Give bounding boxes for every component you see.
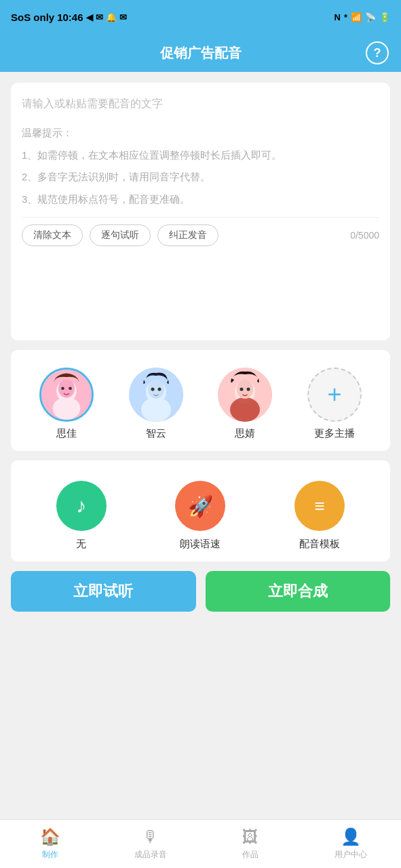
control-label-none: 无 (76, 538, 86, 551)
control-speed[interactable]: 🚀 朗读语速 (175, 481, 225, 551)
clear-text-button[interactable]: 清除文本 (22, 224, 83, 246)
voice-label-sijia: 思佳 (56, 427, 77, 440)
nav-item-make[interactable]: 🏠 制作 (0, 820, 100, 868)
toolbar-buttons: 清除文本 逐句试听 纠正发音 (22, 224, 218, 246)
svg-point-16 (240, 388, 244, 391)
bottom-nav: 🏠 制作 🎙 成品录音 🖼 作品 👤 用户中心 (0, 819, 401, 868)
nav-item-recording[interactable]: 🎙 成品录音 (100, 820, 201, 868)
svg-point-10 (151, 388, 154, 391)
listen-button[interactable]: 立即试听 (11, 571, 196, 612)
battery-icon: 🔋 (379, 12, 390, 22)
voice-item-sijing[interactable]: 思婧 (218, 368, 272, 440)
bell-icon: 🔔 (106, 12, 117, 22)
wifi-icon: 📡 (365, 12, 376, 22)
nav-label-recording: 成品录音 (134, 849, 167, 861)
text-input-section: 请输入或粘贴需要配音的文字 温馨提示： 1、如需停顿，在文本相应位置调整停顿时长… (11, 83, 390, 340)
voice-item-zhiyun[interactable]: 智云 (129, 368, 183, 440)
voice-label-sijing: 思婧 (235, 427, 255, 440)
hint-line-3: 3、规范使用标点符号，配音更准确。 (22, 190, 379, 210)
voice-item-more[interactable]: + 更多主播 (307, 368, 362, 440)
template-icon-circle: ≡ (294, 481, 345, 531)
add-voice-button[interactable]: + (307, 368, 362, 422)
home-icon: 🏠 (40, 827, 60, 846)
hint-line-1: 1、如需停顿，在文本相应位置调整停顿时长后插入即可。 (22, 146, 379, 165)
voice-section: 思佳 (11, 350, 390, 451)
main-content: 请输入或粘贴需要配音的文字 温馨提示： 1、如需停顿，在文本相应位置调整停顿时长… (0, 72, 401, 693)
compose-button[interactable]: 立即合成 (206, 571, 391, 612)
music-icon: ♪ (76, 494, 86, 517)
time-label: 10:46 (57, 12, 83, 23)
controls-section: ♪ 无 🚀 朗读语速 ≡ 配音模板 (11, 460, 390, 561)
action-buttons: 立即试听 立即合成 (11, 571, 390, 623)
nav-item-works[interactable]: 🖼 作品 (201, 820, 301, 868)
bluetooth-icon: * (344, 12, 347, 22)
voice-label-zhiyun: 智云 (146, 427, 166, 440)
status-right: N * 📶 📡 🔋 (335, 12, 390, 22)
svg-point-8 (141, 397, 171, 422)
char-count: 0/5000 (350, 230, 379, 241)
input-placeholder: 请输入或粘贴需要配音的文字 (22, 94, 379, 114)
correct-pronunciation-button[interactable]: 纠正发音 (157, 224, 218, 246)
rocket-icon: 🚀 (188, 494, 213, 518)
speed-icon-circle: 🚀 (175, 481, 225, 531)
control-label-template: 配音模板 (299, 538, 340, 551)
status-left: SoS only 10:46 ◀ ✉ 🔔 ✉ (11, 12, 127, 23)
control-template[interactable]: ≡ 配音模板 (294, 481, 345, 551)
svg-point-4 (61, 387, 64, 390)
message-icon: ✉ (96, 12, 103, 22)
nav-label-profile: 用户中心 (335, 849, 367, 861)
hint-title: 温馨提示： (22, 123, 379, 143)
nav-label-works: 作品 (242, 849, 259, 861)
voice-label-more: 更多主播 (314, 427, 355, 440)
status-bar: SoS only 10:46 ◀ ✉ 🔔 ✉ N * 📶 📡 🔋 (0, 0, 401, 34)
works-icon: 🖼 (242, 827, 259, 846)
music-icon-circle: ♪ (56, 481, 107, 531)
nav-label-make: 制作 (42, 849, 58, 861)
page-title: 促销广告配音 (160, 44, 242, 62)
microphone-icon: 🎙 (142, 827, 159, 846)
toolbar: 清除文本 逐句试听 纠正发音 0/5000 (22, 217, 379, 246)
avatar-sijia (39, 368, 94, 422)
nav-item-profile[interactable]: 👤 用户中心 (301, 820, 401, 868)
voice-item-sijia[interactable]: 思佳 (39, 368, 94, 440)
hint-line-2: 2、多音字无法识别时，请用同音字代替。 (22, 167, 379, 187)
help-button[interactable]: ? (366, 41, 389, 64)
avatar-sijing (218, 368, 272, 422)
svg-point-5 (69, 387, 72, 390)
location-icon: ◀ (86, 12, 93, 22)
avatar-zhiyun (129, 368, 183, 422)
hint-text-area: 请输入或粘贴需要配音的文字 温馨提示： 1、如需停顿，在文本相应位置调整停顿时长… (22, 94, 379, 209)
nfc-icon: N (335, 12, 341, 22)
svg-point-17 (247, 388, 250, 391)
template-icon: ≡ (315, 496, 325, 517)
mail-icon: ✉ (119, 12, 127, 22)
user-icon: 👤 (341, 827, 361, 846)
svg-point-2 (53, 397, 81, 420)
controls-row: ♪ 无 🚀 朗读语速 ≡ 配音模板 (22, 471, 379, 551)
avatars-row: 思佳 (22, 361, 379, 440)
svg-point-11 (157, 388, 161, 391)
header: 促销广告配音 ? (0, 34, 401, 72)
carrier-label: SoS only (11, 12, 54, 23)
svg-point-14 (230, 397, 260, 422)
control-none[interactable]: ♪ 无 (56, 481, 107, 551)
control-label-speed: 朗读语速 (180, 538, 221, 551)
signal-icon: 📶 (351, 12, 362, 22)
plus-icon: + (328, 382, 342, 407)
listen-sentence-button[interactable]: 逐句试听 (90, 224, 151, 246)
